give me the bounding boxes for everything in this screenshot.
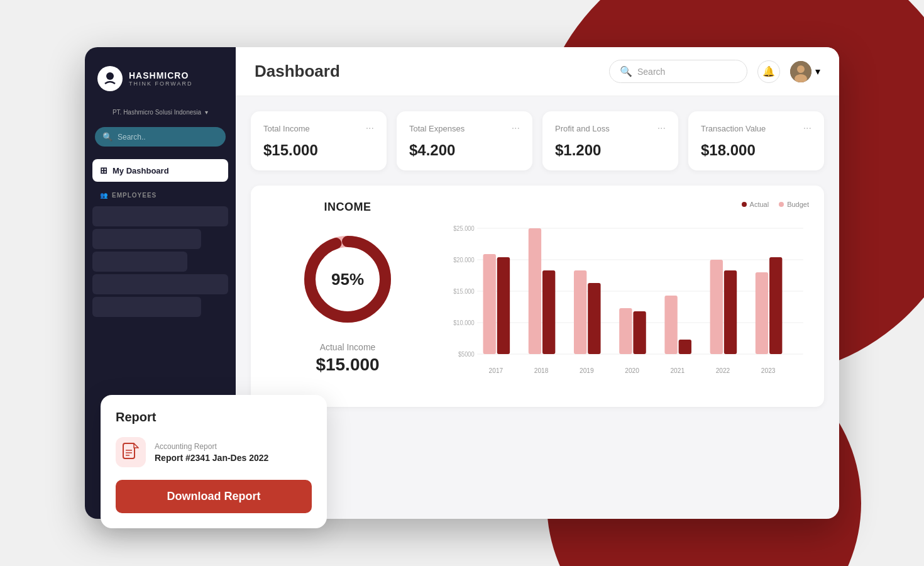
notification-button[interactable]: 🔔 (757, 60, 780, 83)
logo-name: HASHMICRO (129, 70, 193, 80)
company-name: PT. Hashmicro Solusi Indonesia (113, 109, 201, 116)
income-section: INCOME 95% Actual Income $15.000 (251, 186, 824, 407)
nav-skeleton-4[interactable] (92, 274, 228, 294)
report-card-title: Report (116, 410, 312, 425)
svg-rect-28 (756, 272, 768, 354)
legend-budget-dot (779, 202, 784, 207)
stat-menu-1[interactable]: ··· (512, 123, 520, 134)
report-card: Report Accounting Report Report #2341 Ja… (101, 395, 327, 528)
svg-rect-16 (483, 254, 496, 354)
dashboard-icon: ⊞ (100, 165, 107, 175)
svg-rect-17 (497, 257, 510, 354)
svg-text:$5000: $5000 (458, 351, 475, 358)
stat-menu-2[interactable]: ··· (657, 123, 666, 134)
svg-text:$15.000: $15.000 (453, 288, 474, 295)
stat-title-3: Transaction Value (701, 124, 766, 133)
sidebar-search-input[interactable] (118, 133, 218, 142)
svg-text:2021: 2021 (670, 367, 685, 374)
sidebar-search-bar[interactable]: 🔍 (95, 127, 226, 147)
svg-rect-18 (529, 228, 541, 354)
nav-skeleton-3[interactable] (92, 252, 187, 272)
svg-text:2020: 2020 (625, 367, 639, 374)
logo-text: HASHMICRO THINK FORWARD (129, 70, 193, 87)
report-name: Report #2341 Jan-Des 2022 (155, 453, 312, 463)
svg-rect-21 (588, 283, 600, 354)
svg-rect-19 (542, 270, 555, 354)
stat-card-header-0: Total Income ··· (263, 123, 374, 134)
section-employees: 👥 EMPLOYEES (92, 184, 228, 204)
report-file-icon (116, 437, 146, 467)
notification-icon: 🔔 (762, 65, 775, 77)
stat-menu-0[interactable]: ··· (366, 123, 374, 134)
employees-icon: 👥 (100, 192, 108, 199)
donut-center: 95% (331, 270, 364, 289)
user-dropdown-icon: ▾ (815, 65, 820, 77)
sidebar-logo: HASHMICRO THINK FORWARD (85, 60, 236, 104)
svg-text:2017: 2017 (489, 367, 503, 374)
chart-legend: Actual Budget (448, 201, 809, 208)
section-employees-label: EMPLOYEES (112, 192, 157, 199)
legend-actual: Actual (742, 201, 769, 208)
header-search-icon: 🔍 (620, 65, 632, 77)
svg-point-0 (106, 72, 114, 80)
stat-card-header-2: Profit and Loss ··· (555, 123, 666, 134)
svg-rect-22 (619, 308, 632, 354)
stat-value-0: $15.000 (263, 142, 374, 159)
stat-title-0: Total Income (263, 124, 310, 133)
legend-budget-label: Budget (787, 201, 809, 208)
avatar-image (790, 61, 811, 82)
svg-point-2 (797, 65, 805, 73)
page-title: Dashboard (255, 62, 340, 81)
donut-percent: 95% (331, 270, 364, 289)
stat-card-0: Total Income ··· $15.000 (251, 111, 387, 170)
sidebar-company[interactable]: PT. Hashmicro Solusi Indonesia ▾ (85, 104, 236, 121)
stat-value-3: $18.000 (701, 142, 811, 159)
stat-card-2: Profit and Loss ··· $1.200 (542, 111, 678, 170)
nav-skeleton-2[interactable] (92, 229, 201, 249)
svg-text:$10.000: $10.000 (453, 319, 474, 326)
svg-rect-25 (679, 340, 691, 354)
legend-budget: Budget (779, 201, 809, 208)
svg-rect-26 (710, 260, 723, 354)
income-value: $15.000 (316, 355, 379, 375)
income-label: Actual Income (320, 342, 376, 352)
income-title: INCOME (324, 201, 371, 214)
stat-card-header-1: Total Expenses ··· (409, 123, 520, 134)
report-type: Accounting Report (155, 442, 312, 451)
logo-tagline: THINK FORWARD (129, 80, 193, 87)
svg-rect-20 (574, 270, 586, 354)
income-right: Actual Budget (448, 201, 809, 392)
bar-chart-svg: $25.000 $20.000 $15.000 $10.000 $5000 (448, 216, 809, 392)
stat-card-header-3: Transaction Value ··· (701, 123, 811, 134)
stat-card-3: Transaction Value ··· $18.000 (688, 111, 824, 170)
nav-skeleton-1[interactable] (92, 206, 228, 226)
download-report-button[interactable]: Download Report (116, 480, 312, 513)
svg-rect-29 (769, 257, 782, 354)
header-search-input[interactable] (637, 67, 737, 77)
donut-chart: 95% (297, 229, 398, 330)
svg-rect-27 (724, 270, 737, 354)
svg-rect-24 (664, 296, 677, 354)
sidebar-search-icon: 🔍 (102, 132, 113, 142)
user-avatar[interactable]: ▾ (790, 61, 820, 82)
nav-skeleton-5[interactable] (92, 297, 201, 317)
stat-menu-3[interactable]: ··· (803, 123, 811, 134)
bar-chart: $25.000 $20.000 $15.000 $10.000 $5000 (448, 216, 809, 392)
report-info: Accounting Report Report #2341 Jan-Des 2… (155, 442, 312, 463)
nav-dashboard-label: My Dashboard (113, 166, 169, 175)
svg-text:2019: 2019 (580, 367, 594, 374)
svg-text:$20.000: $20.000 (453, 257, 474, 264)
nav-item-dashboard[interactable]: ⊞ My Dashboard (92, 159, 228, 182)
svg-rect-23 (633, 311, 646, 354)
stat-title-1: Total Expenses (409, 124, 465, 133)
svg-text:$25.000: $25.000 (453, 225, 474, 232)
header-search-bar[interactable]: 🔍 (609, 60, 747, 83)
stat-value-1: $4.200 (409, 142, 520, 159)
stats-grid: Total Income ··· $15.000 Total Expenses … (251, 111, 824, 170)
svg-text:2018: 2018 (534, 367, 549, 374)
company-dropdown-icon: ▾ (205, 109, 208, 116)
header: Dashboard 🔍 🔔 (236, 47, 839, 96)
legend-actual-dot (742, 202, 747, 207)
svg-text:2023: 2023 (761, 367, 776, 374)
svg-text:2022: 2022 (716, 367, 730, 374)
